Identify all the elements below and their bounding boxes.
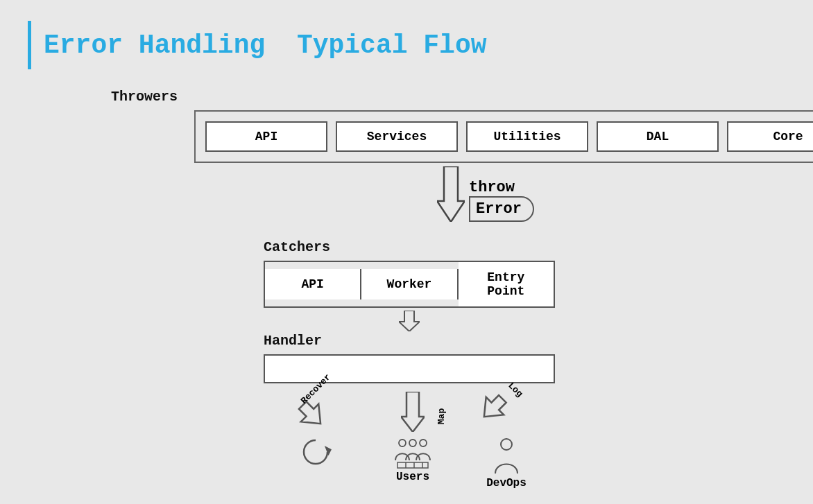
svg-point-8: [409, 440, 416, 446]
svg-marker-5: [325, 444, 332, 455]
throw-error-box: Error: [469, 196, 534, 222]
thrower-api: API: [205, 121, 327, 152]
thrower-services: Services: [336, 121, 458, 152]
svg-point-9: [420, 440, 427, 446]
svg-marker-2: [399, 311, 420, 331]
thrower-dal: DAL: [597, 121, 719, 152]
devops-title: DevOps: [486, 477, 527, 489]
title-bar: Error Handling Typical Flow: [28, 21, 785, 69]
recover-icon: [298, 435, 333, 469]
log-section: Log DevOps: [472, 392, 541, 489]
recover-section: Recover Users: [277, 392, 354, 469]
catcher-worker: Worker: [361, 269, 458, 299]
catchers-box: API Worker Entry Point: [264, 261, 555, 308]
devops-icon: [493, 437, 520, 476]
catcher-entrypoint: Entry Point: [459, 262, 554, 306]
throw-line1: throw: [469, 179, 534, 196]
throwers-label: Throwers: [111, 89, 785, 105]
page: Error Handling Typical Flow Throwers API…: [0, 0, 813, 504]
page-title: Error Handling Typical Flow: [44, 31, 487, 60]
catchers-to-handler-arrow: [399, 311, 420, 331]
svg-marker-6: [401, 392, 425, 432]
users-title: Users: [396, 471, 429, 483]
users-icon: [392, 436, 434, 469]
title-colored: Typical Flow: [297, 31, 487, 60]
title-accent: [28, 21, 31, 69]
svg-point-7: [399, 440, 406, 446]
thrower-utilities: Utilities: [466, 121, 588, 152]
handler-box: [264, 354, 555, 383]
handler-label: Handler: [264, 333, 785, 349]
map-arrow-icon: [401, 392, 425, 432]
throw-arrow-icon: [437, 166, 465, 222]
throwers-container: API Services Utilities DAL Core: [194, 110, 813, 163]
svg-marker-14: [479, 392, 511, 426]
catcher-api: API: [265, 269, 361, 299]
log-arrow-icon: [479, 392, 517, 430]
map-section: Map Users: [382, 392, 444, 483]
svg-rect-10: [397, 462, 428, 468]
map-label: Map: [436, 408, 447, 424]
svg-marker-1: [437, 166, 465, 222]
thrower-core: Core: [727, 121, 813, 152]
svg-point-15: [501, 439, 512, 450]
title-static: Error Handling: [44, 31, 265, 60]
